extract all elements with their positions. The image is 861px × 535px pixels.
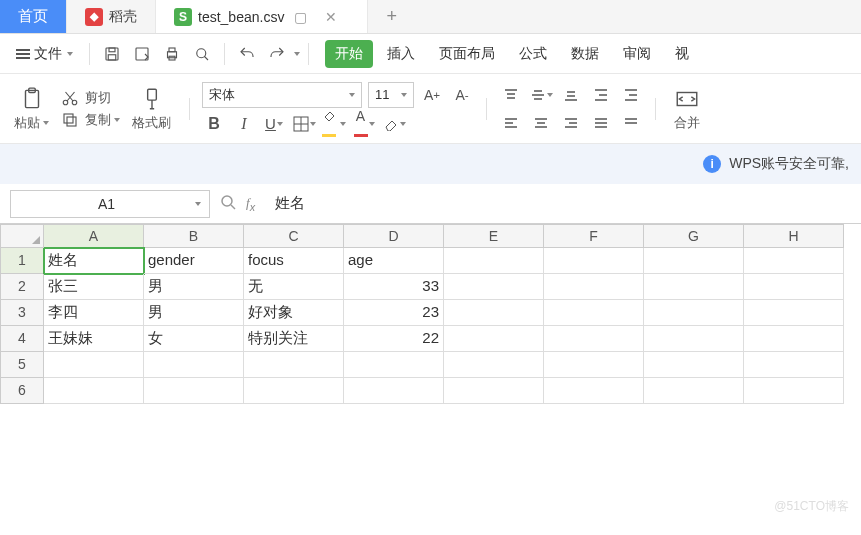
file-menu-button[interactable]: 文件 — [8, 41, 81, 67]
redo-button[interactable] — [263, 40, 291, 68]
col-header-B[interactable]: B — [144, 224, 244, 248]
chevron-down-icon[interactable] — [294, 52, 300, 56]
row-header-6[interactable]: 6 — [0, 378, 44, 404]
cell-B4[interactable]: 女 — [144, 326, 244, 352]
cell-D1[interactable]: age — [344, 248, 444, 274]
indent-decrease-button[interactable] — [589, 83, 613, 107]
row-header-1[interactable]: 1 — [0, 248, 44, 274]
cell-A5[interactable] — [44, 352, 144, 378]
col-header-E[interactable]: E — [444, 224, 544, 248]
col-header-A[interactable]: A — [44, 224, 144, 248]
cell-E4[interactable] — [444, 326, 544, 352]
fill-color-button[interactable] — [322, 112, 346, 136]
cell-F4[interactable] — [544, 326, 644, 352]
cell-H6[interactable] — [744, 378, 844, 404]
cell-E2[interactable] — [444, 274, 544, 300]
col-header-H[interactable]: H — [744, 224, 844, 248]
tab-formula[interactable]: 公式 — [509, 40, 557, 68]
border-button[interactable] — [292, 112, 316, 136]
cell-F3[interactable] — [544, 300, 644, 326]
tab-home[interactable]: 首页 — [0, 0, 67, 33]
eraser-button[interactable] — [382, 112, 406, 136]
tab-insert[interactable]: 插入 — [377, 40, 425, 68]
cell-C5[interactable] — [244, 352, 344, 378]
cell-G1[interactable] — [644, 248, 744, 274]
cell-H1[interactable] — [744, 248, 844, 274]
col-header-D[interactable]: D — [344, 224, 444, 248]
cell-D4[interactable]: 22 — [344, 326, 444, 352]
new-tab-button[interactable]: + — [368, 0, 415, 33]
print-button[interactable] — [158, 40, 186, 68]
tab-layout[interactable]: 页面布局 — [429, 40, 505, 68]
cell-H2[interactable] — [744, 274, 844, 300]
align-center-button[interactable] — [529, 111, 553, 135]
cell-D5[interactable] — [344, 352, 444, 378]
cell-E6[interactable] — [444, 378, 544, 404]
save-button[interactable] — [98, 40, 126, 68]
cell-C2[interactable]: 无 — [244, 274, 344, 300]
align-left-button[interactable] — [499, 111, 523, 135]
cell-A6[interactable] — [44, 378, 144, 404]
cell-E3[interactable] — [444, 300, 544, 326]
col-header-C[interactable]: C — [244, 224, 344, 248]
cell-G4[interactable] — [644, 326, 744, 352]
tab-view[interactable]: 视 — [665, 40, 699, 68]
cell-H5[interactable] — [744, 352, 844, 378]
bold-button[interactable]: B — [202, 112, 226, 136]
cell-H4[interactable] — [744, 326, 844, 352]
cell-G6[interactable] — [644, 378, 744, 404]
cell-B1[interactable]: gender — [144, 248, 244, 274]
decrease-font-button[interactable]: A- — [450, 83, 474, 107]
cell-B6[interactable] — [144, 378, 244, 404]
cell-A4[interactable]: 王妹妹 — [44, 326, 144, 352]
row-header-5[interactable]: 5 — [0, 352, 44, 378]
cell-C3[interactable]: 好对象 — [244, 300, 344, 326]
tab-close-icon[interactable]: ✕ — [321, 5, 341, 29]
cell-reference-box[interactable]: A1 — [10, 190, 210, 218]
col-header-F[interactable]: F — [544, 224, 644, 248]
cell-A1[interactable]: 姓名 — [44, 248, 144, 274]
wrap-text-button[interactable] — [619, 111, 643, 135]
cut-button[interactable]: 剪切 — [61, 89, 120, 107]
align-justify-button[interactable] — [589, 111, 613, 135]
cell-C6[interactable] — [244, 378, 344, 404]
underline-button[interactable]: U — [262, 112, 286, 136]
cell-F1[interactable] — [544, 248, 644, 274]
tab-file[interactable]: S test_bean.csv ▢ ✕ — [156, 0, 368, 33]
cell-A2[interactable]: 张三 — [44, 274, 144, 300]
cell-C1[interactable]: focus — [244, 248, 344, 274]
select-all-corner[interactable] — [0, 224, 44, 248]
cell-H3[interactable] — [744, 300, 844, 326]
font-color-button[interactable]: A — [352, 112, 376, 136]
fx-icon[interactable]: fx — [246, 195, 255, 213]
tab-present-icon[interactable]: ▢ — [290, 5, 311, 29]
cell-E5[interactable] — [444, 352, 544, 378]
cell-F2[interactable] — [544, 274, 644, 300]
tab-start[interactable]: 开始 — [325, 40, 373, 68]
cell-C4[interactable]: 特别关注 — [244, 326, 344, 352]
paste-button[interactable]: 粘贴 — [8, 84, 55, 134]
cell-D6[interactable] — [344, 378, 444, 404]
row-header-4[interactable]: 4 — [0, 326, 44, 352]
merge-button[interactable]: 合并 — [668, 84, 706, 134]
font-size-select[interactable]: 11 — [368, 82, 414, 108]
format-painter-button[interactable]: 格式刷 — [126, 84, 177, 134]
cell-B3[interactable]: 男 — [144, 300, 244, 326]
indent-increase-button[interactable] — [619, 83, 643, 107]
cell-D3[interactable]: 23 — [344, 300, 444, 326]
align-right-button[interactable] — [559, 111, 583, 135]
tab-data[interactable]: 数据 — [561, 40, 609, 68]
copy-button[interactable]: 复制 — [61, 111, 120, 129]
cell-G3[interactable] — [644, 300, 744, 326]
align-bottom-button[interactable] — [559, 83, 583, 107]
increase-font-button[interactable]: A+ — [420, 83, 444, 107]
cell-G2[interactable] — [644, 274, 744, 300]
italic-button[interactable]: I — [232, 112, 256, 136]
row-header-3[interactable]: 3 — [0, 300, 44, 326]
cancel-icon[interactable] — [220, 194, 236, 213]
undo-button[interactable] — [233, 40, 261, 68]
formula-input[interactable]: 姓名 — [265, 194, 851, 213]
cell-F5[interactable] — [544, 352, 644, 378]
cell-A3[interactable]: 李四 — [44, 300, 144, 326]
tab-review[interactable]: 审阅 — [613, 40, 661, 68]
